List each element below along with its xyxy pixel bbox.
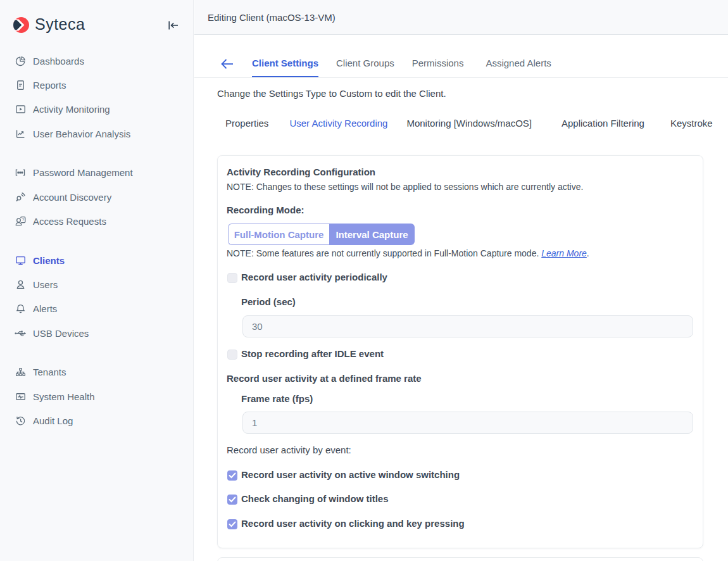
svg-text:?: ? (22, 217, 24, 222)
